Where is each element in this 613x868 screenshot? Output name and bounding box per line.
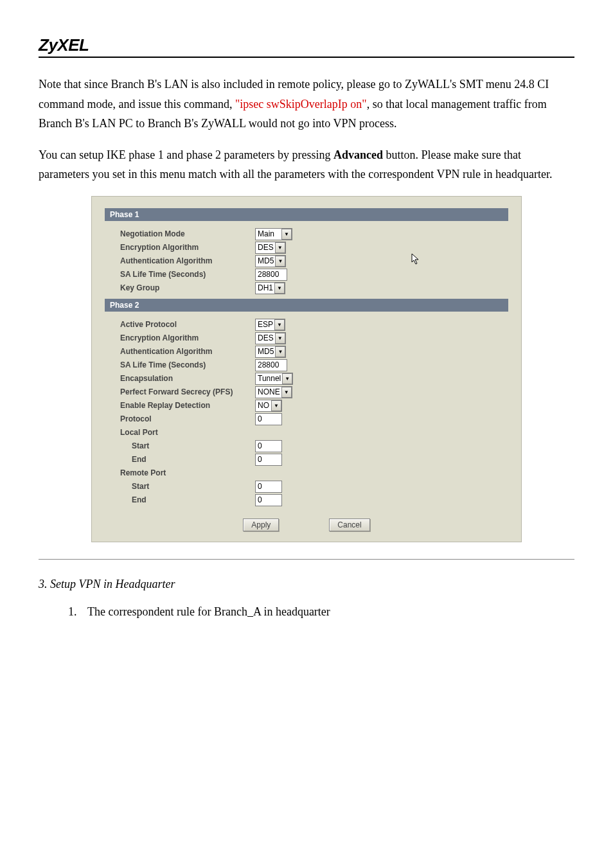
local-end-input[interactable] xyxy=(255,454,282,466)
divider-bottom xyxy=(39,559,574,560)
p2-ipproto-input[interactable] xyxy=(255,413,282,425)
list-number: 1. xyxy=(68,605,87,619)
local-port-label: Local Port xyxy=(120,428,255,437)
chevron-down-icon: ▼ xyxy=(275,333,285,344)
divider-top xyxy=(39,57,574,58)
negotiation-mode-select[interactable]: Main▼ xyxy=(255,228,292,240)
cancel-button[interactable]: Cancel xyxy=(329,518,369,531)
remote-end-label: End xyxy=(120,495,255,504)
chevron-down-icon: ▼ xyxy=(275,346,285,357)
p2-encryption-label: Encryption Algorithm xyxy=(120,333,255,342)
p1-keygroup-label: Key Group xyxy=(120,283,255,292)
chevron-down-icon: ▼ xyxy=(271,400,281,411)
p2-replay-label: Enable Replay Detection xyxy=(120,401,255,410)
p2-protocol-select[interactable]: ESP▼ xyxy=(255,319,285,331)
p2-pfs-select[interactable]: NONE▼ xyxy=(255,386,292,398)
negotiation-mode-value: Main xyxy=(258,229,274,238)
p2-pfs-value: NONE xyxy=(258,387,280,396)
remote-end-input[interactable] xyxy=(255,494,282,506)
brand-logo: ZyXEL xyxy=(39,35,574,55)
note-paragraph-1: Note that since Branch B's LAN is also i… xyxy=(39,75,574,134)
chevron-down-icon: ▼ xyxy=(281,229,292,240)
p2-pfs-label: Perfect Forward Secrecy (PFS) xyxy=(120,387,255,396)
p2-replay-select[interactable]: NO▼ xyxy=(255,400,282,412)
vpn-advanced-panel: Phase 1 Negotiation Mode Main▼ Encryptio… xyxy=(91,196,522,542)
p2-protocol-label: Active Protocol xyxy=(120,320,255,329)
list-text: The correspondent rule for Branch_A in h… xyxy=(87,605,330,618)
p2-encryption-select[interactable]: DES▼ xyxy=(255,332,286,344)
negotiation-mode-label: Negotiation Mode xyxy=(120,229,255,238)
local-start-label: Start xyxy=(120,441,255,450)
chevron-down-icon: ▼ xyxy=(281,387,292,398)
p1-salife-input[interactable] xyxy=(255,269,287,281)
local-end-label: End xyxy=(120,455,255,464)
remote-start-input[interactable] xyxy=(255,481,282,493)
p2-protocol-value: ESP xyxy=(258,320,273,329)
p1-auth-label: Authentication Algorithm xyxy=(120,256,255,265)
p1-encryption-label: Encryption Algorithm xyxy=(120,243,255,252)
local-start-input[interactable] xyxy=(255,440,282,452)
chevron-down-icon: ▼ xyxy=(274,283,285,294)
p1-keygroup-select[interactable]: DH1▼ xyxy=(255,282,285,294)
remote-start-label: Start xyxy=(120,482,255,491)
apply-button[interactable]: Apply xyxy=(243,518,279,531)
p1-encryption-select[interactable]: DES▼ xyxy=(255,242,286,254)
p2-encap-label: Encapsulation xyxy=(120,374,255,383)
para2-text-a: You can setup IKE phase 1 and phase 2 pa… xyxy=(39,148,333,161)
chevron-down-icon: ▼ xyxy=(282,373,292,384)
advanced-label: Advanced xyxy=(333,148,383,161)
p1-encryption-value: DES xyxy=(258,243,274,252)
p2-encryption-value: DES xyxy=(258,333,274,342)
mouse-cursor-icon xyxy=(411,253,422,266)
p2-salife-label: SA Life Time (Seconds) xyxy=(120,360,255,369)
p2-auth-value: MD5 xyxy=(258,347,274,356)
p2-encap-value: Tunnel xyxy=(258,374,281,383)
p2-replay-value: NO xyxy=(258,401,269,410)
p1-keygroup-value: DH1 xyxy=(258,283,273,292)
section-3-list-item-1: 1.The correspondent rule for Branch_A in… xyxy=(68,605,574,619)
p2-auth-label: Authentication Algorithm xyxy=(120,347,255,356)
p1-salife-label: SA Life Time (Seconds) xyxy=(120,270,255,279)
p2-encap-select[interactable]: Tunnel▼ xyxy=(255,373,293,385)
p2-auth-select[interactable]: MD5▼ xyxy=(255,346,286,358)
remote-port-label: Remote Port xyxy=(120,468,255,477)
note-paragraph-2: You can setup IKE phase 1 and phase 2 pa… xyxy=(39,145,574,184)
p1-auth-value: MD5 xyxy=(258,256,274,265)
chevron-down-icon: ▼ xyxy=(275,242,285,253)
p1-auth-select[interactable]: MD5▼ xyxy=(255,255,286,267)
chevron-down-icon: ▼ xyxy=(275,256,285,267)
phase2-header: Phase 2 xyxy=(105,299,508,312)
section-3-heading: 3. Setup VPN in Headquarter xyxy=(39,578,574,591)
phase1-header: Phase 1 xyxy=(105,208,508,221)
command-text: "ipsec swSkipOverlapIp on" xyxy=(235,98,367,111)
p2-ipproto-label: Protocol xyxy=(120,414,255,423)
p2-salife-input[interactable] xyxy=(255,359,287,371)
chevron-down-icon: ▼ xyxy=(274,319,285,330)
